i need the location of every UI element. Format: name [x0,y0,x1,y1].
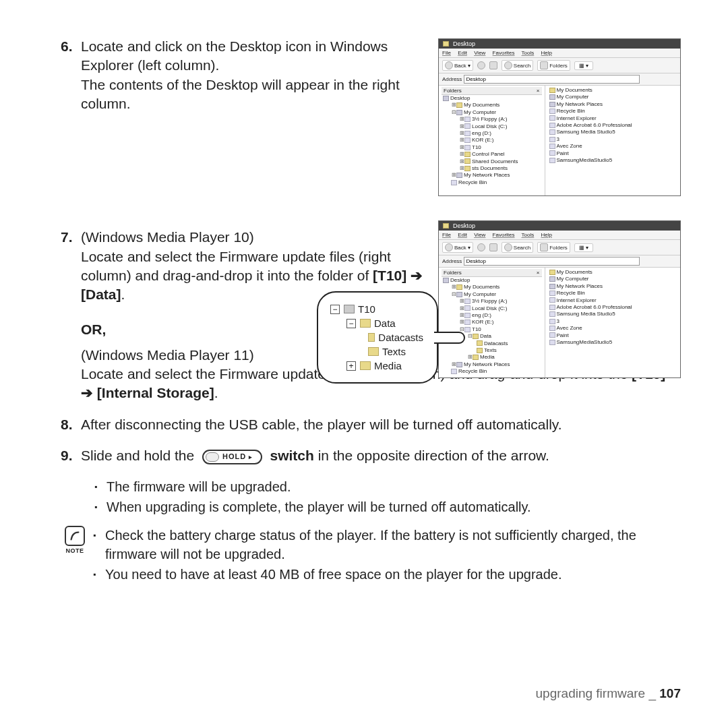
folders-pane[interactable]: Folders× Desktop ⊞My Documents ⊟My Compu… [439,268,545,378]
tree-t10[interactable]: T10 [472,326,481,332]
footer-section: upgrading firmware [536,686,646,700]
tree-item[interactable]: Desktop [450,277,470,283]
list-item[interactable]: My Network Places [557,283,603,289]
up-button[interactable] [489,243,497,251]
list-item[interactable]: Avec Zone [557,143,582,149]
tree-item[interactable]: 3½ Floppy (A:) [472,298,507,304]
search-icon [504,243,512,251]
menubar[interactable]: File Edit View Favorites Tools Help [439,49,680,58]
list-item[interactable]: Samsung Media Studio5 [557,311,615,317]
search-button[interactable]: Search [502,242,533,253]
menu-view[interactable]: View [474,232,485,238]
menu-file[interactable]: File [442,232,451,238]
list-item[interactable]: Adobe Acrobat 6.0 Professional [557,122,632,128]
tree-item[interactable]: My Documents [464,102,499,108]
tree-item[interactable]: 3½ Floppy (A:) [472,116,507,122]
close-icon[interactable]: × [537,88,540,94]
tree-item[interactable]: Texts [484,347,497,353]
tree-item[interactable]: Datacasts [484,340,508,346]
forward-button[interactable] [477,243,485,251]
folders-button[interactable]: Folders [537,242,570,253]
list-item[interactable]: Internet Explorer [557,115,597,121]
explorer-screenshot-2: Desktop File Edit View Favorites Tools H… [438,220,681,378]
tree-item[interactable]: KOR (E:) [472,319,493,325]
address-bar: Address [439,255,680,268]
tree-item[interactable]: sts Documents [472,165,508,171]
views-button[interactable]: ▦ ▾ [574,243,593,252]
step-9-number: 9. [61,446,81,465]
bubble-t10: T10 [358,302,375,316]
list-item[interactable]: Recycle Bin [557,108,585,114]
folders-pane[interactable]: Folders× Desktop ⊞My Documents ⊟My Compu… [439,86,545,196]
menu-tools[interactable]: Tools [522,232,535,238]
tree-item[interactable]: Local Disk (C:) [472,123,507,129]
tree-item[interactable]: KOR (E:) [472,137,493,143]
search-icon [504,61,512,69]
list-item[interactable]: My Computer [557,94,589,100]
close-icon[interactable]: × [537,270,540,276]
step-8: 8. After disconnecting the USB cable, th… [61,415,681,434]
folders-button[interactable]: Folders [537,60,570,71]
tree-desktop[interactable]: Desktop [450,95,470,101]
step-7b-path-storage: [Internal Storage] [97,385,214,400]
views-button[interactable]: ▦ ▾ [574,61,593,70]
menu-edit[interactable]: Edit [458,232,467,238]
list-item[interactable]: 3 [557,318,559,324]
tree-item[interactable]: My Computer [464,109,496,115]
tree-item[interactable]: My Network Places [464,172,510,178]
tree-item[interactable]: My Computer [464,291,496,297]
list-item[interactable]: Paint [557,332,569,338]
bubble-tail [434,332,465,344]
tree-item[interactable]: eng (D:) [472,312,491,318]
list-item[interactable]: Avec Zone [557,325,582,331]
tree-data[interactable]: Data [480,333,491,339]
list-item[interactable]: My Documents [557,269,593,275]
contents-pane[interactable]: My Documents My Computer My Network Plac… [545,268,680,378]
folder-icon [368,347,379,356]
list-item[interactable]: Adobe Acrobat 6.0 Professional [557,304,632,310]
tree-item[interactable]: Shared Documents [472,158,518,164]
menu-file[interactable]: File [442,50,451,56]
list-item[interactable]: SamsungMediaStudio5 [557,157,613,163]
menu-favorites[interactable]: Favorites [493,50,515,56]
window-titlebar[interactable]: Desktop [439,221,680,231]
menu-favorites[interactable]: Favorites [493,232,515,238]
tree-item[interactable]: eng (D:) [472,130,491,136]
list-item[interactable]: Recycle Bin [557,290,585,296]
tree-item[interactable]: Local Disk (C:) [472,305,507,311]
list-item[interactable]: 3 [557,136,559,142]
list-item[interactable]: My Network Places [557,101,603,107]
menu-help[interactable]: Help [541,232,552,238]
step-9-switch: switch [270,448,314,463]
address-input[interactable] [464,75,640,84]
menu-tools[interactable]: Tools [522,50,535,56]
forward-button[interactable] [477,61,485,69]
list-item[interactable]: Internet Explorer [557,297,597,303]
back-button[interactable]: Back ▾ [442,60,473,71]
back-button[interactable]: Back ▾ [442,242,473,253]
tree-item[interactable]: My Network Places [464,361,510,367]
address-input[interactable] [464,257,640,266]
list-item[interactable]: SamsungMediaStudio5 [557,339,613,345]
window-titlebar[interactable]: Desktop [439,39,680,49]
tree-item[interactable]: T10 [472,144,481,150]
list-item[interactable]: Paint [557,150,569,156]
step-9-c: in the opposite direction of the arrow. [318,448,549,463]
search-button[interactable]: Search [502,60,533,71]
menu-edit[interactable]: Edit [458,50,467,56]
tree-item[interactable]: My Documents [464,284,499,290]
tree-item[interactable]: Control Panel [472,151,504,157]
list-item[interactable]: My Computer [557,276,589,282]
up-button[interactable] [489,61,497,69]
tree-item[interactable]: Recycle Bin [458,179,487,185]
back-icon [445,61,453,69]
menu-view[interactable]: View [474,50,485,56]
menubar[interactable]: File Edit View Favorites Tools Help [439,231,680,240]
list-item[interactable]: My Documents [557,87,593,93]
list-item[interactable]: Samsung Media Studio5 [557,129,615,135]
tree-item[interactable]: Recycle Bin [458,368,487,374]
menu-help[interactable]: Help [541,50,552,56]
tree-item[interactable]: Media [480,354,495,360]
explorer-screenshot-1: Desktop File Edit View Favorites Tools H… [438,38,681,196]
contents-pane[interactable]: My Documents My Computer My Network Plac… [545,86,680,196]
